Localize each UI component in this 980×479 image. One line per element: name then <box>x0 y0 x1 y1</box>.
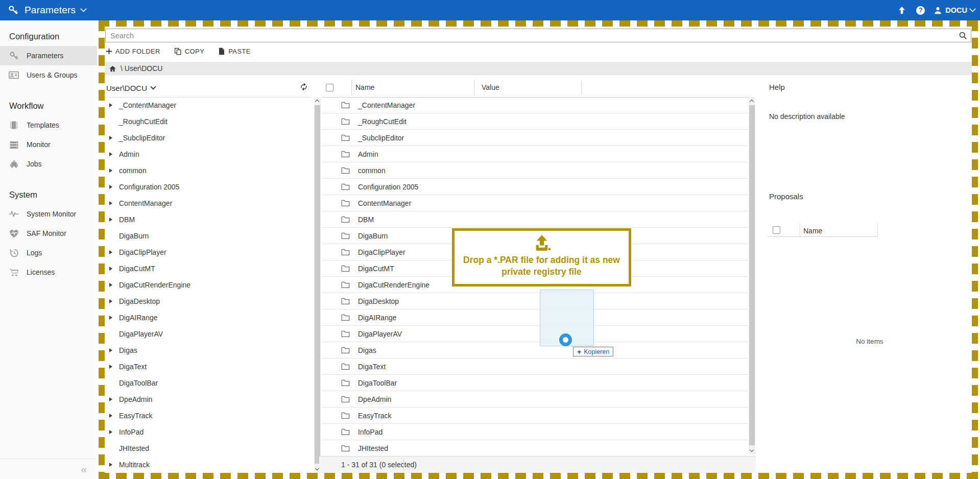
sidebar-item-parameters[interactable]: Parameters <box>0 46 97 65</box>
expand-arrow-icon[interactable] <box>109 430 112 434</box>
table-row[interactable]: JHItested <box>322 440 749 454</box>
scroll-down-icon[interactable] <box>315 466 319 470</box>
table-row[interactable]: ContentManager <box>322 195 749 211</box>
paste-button[interactable]: PASTE <box>218 47 251 55</box>
table-row[interactable]: Digas <box>322 342 749 358</box>
expand-arrow-icon[interactable] <box>109 103 112 107</box>
tree-item[interactable]: DigaPlayerAV <box>105 326 306 342</box>
tree-item[interactable]: DigaToolBar <box>105 375 306 391</box>
table-row[interactable]: Admin <box>322 146 749 162</box>
column-divider[interactable] <box>474 80 474 95</box>
tree-scrollbar-thumb[interactable] <box>315 105 320 464</box>
table-row[interactable]: EasyTrack <box>322 408 749 424</box>
tree-item[interactable]: InfoPad <box>105 424 306 440</box>
search-icon[interactable] <box>959 31 967 40</box>
copy-button[interactable]: COPY <box>174 47 204 55</box>
table-row[interactable]: DigaPlayerAV <box>322 326 749 342</box>
tree-item[interactable]: Configuration 2005 <box>105 179 306 195</box>
breadcrumb[interactable]: \ User\DOCU <box>105 62 972 75</box>
tree-item[interactable]: Digas <box>105 342 306 358</box>
home-icon[interactable] <box>109 65 116 73</box>
tree-item[interactable]: DigaBurn <box>105 228 306 244</box>
column-header-value[interactable]: Value <box>482 83 499 91</box>
expand-arrow-icon[interactable] <box>109 250 112 254</box>
expand-arrow-icon[interactable] <box>109 414 112 418</box>
upload-button[interactable] <box>896 5 907 16</box>
sidebar-item-templates[interactable]: Templates <box>0 115 97 135</box>
app-menu[interactable]: Parameters <box>0 5 86 16</box>
select-all-checkbox[interactable] <box>326 84 333 91</box>
tree-item[interactable]: common <box>105 162 306 179</box>
tree-item[interactable]: DigaDesktop <box>105 293 306 309</box>
sidebar-item-system-monitor[interactable]: System Monitor <box>0 204 97 224</box>
table-scrollbar-thumb[interactable] <box>749 105 755 445</box>
tree-item[interactable]: DigaCutRenderEngine <box>105 277 306 293</box>
table-row[interactable]: InfoPad <box>322 424 749 440</box>
scroll-down-icon[interactable] <box>750 448 754 452</box>
expand-arrow-icon[interactable] <box>109 218 112 222</box>
expand-arrow-icon[interactable] <box>109 201 112 205</box>
expand-arrow-icon[interactable] <box>109 283 112 287</box>
proposals-column-name[interactable]: Name <box>803 227 822 235</box>
table-row[interactable]: _ContentManager <box>322 97 749 113</box>
table-row[interactable]: _SubclipEditor <box>322 130 749 146</box>
proposals-select-all-checkbox[interactable] <box>773 226 780 234</box>
tree-item[interactable]: _ContentManager <box>105 97 306 113</box>
tree-scrollbar[interactable] <box>314 97 321 473</box>
sidebar-item-saf-monitor[interactable]: SAF Monitor <box>0 224 97 243</box>
tree-item[interactable]: _RoughCutEdit <box>105 113 306 130</box>
expand-arrow-icon[interactable] <box>109 152 112 156</box>
tree-item[interactable]: DigaText <box>105 358 306 375</box>
sidebar-item-monitor[interactable]: Monitor <box>0 135 97 154</box>
tree-item[interactable]: EasyTrack <box>105 408 306 424</box>
drop-par-overlay[interactable]: Drop a *.PAR file for adding it as new p… <box>452 228 631 286</box>
refresh-button[interactable] <box>299 82 308 91</box>
tree-item[interactable]: Multitrack <box>105 457 306 473</box>
expand-arrow-icon[interactable] <box>109 136 112 140</box>
sidebar-item-users-groups[interactable]: Users & Groups <box>0 65 97 85</box>
tree-root-selector[interactable]: User\DOCU <box>105 79 312 97</box>
expand-arrow-icon[interactable] <box>109 365 112 369</box>
expand-arrow-icon[interactable] <box>109 169 112 173</box>
column-header-name[interactable]: Name <box>355 83 374 91</box>
tree-item[interactable]: DigaClipPlayer <box>105 244 306 260</box>
expand-arrow-icon[interactable] <box>109 185 112 189</box>
table-row[interactable]: _RoughCutEdit <box>322 113 749 130</box>
table-row[interactable]: DigaText <box>322 358 749 375</box>
expand-arrow-icon[interactable] <box>109 463 112 467</box>
sidebar-item-licenses[interactable]: Licenses <box>0 262 97 282</box>
tree-item[interactable]: DpeAdmin <box>105 391 306 408</box>
table-row[interactable]: common <box>322 162 749 179</box>
tree-item[interactable]: JHItested <box>105 440 306 457</box>
tree-item[interactable]: ContentManager <box>105 195 306 211</box>
expand-arrow-icon[interactable] <box>109 267 112 271</box>
tree-item[interactable]: DigAIRange <box>105 309 306 326</box>
help-button[interactable]: ? <box>916 6 925 15</box>
collapse-sidebar-button[interactable]: « <box>81 464 87 474</box>
table-row[interactable]: Configuration 2005 <box>322 179 749 195</box>
top-bar: Parameters ? DOCU <box>0 0 980 20</box>
user-menu[interactable]: DOCU <box>934 6 975 15</box>
expand-arrow-icon[interactable] <box>109 299 112 303</box>
expand-arrow-icon[interactable] <box>109 397 112 401</box>
table-row[interactable]: DigaDesktop <box>322 293 749 309</box>
expand-arrow-icon[interactable] <box>109 316 112 320</box>
table-row[interactable]: DigaToolBar <box>322 375 749 391</box>
table-row[interactable]: DBM <box>322 211 749 228</box>
scroll-up-icon[interactable] <box>750 100 754 104</box>
scroll-up-icon[interactable] <box>315 100 319 104</box>
table-row[interactable]: DigAIRange <box>322 309 749 326</box>
table-row[interactable]: DpeAdmin <box>322 391 749 408</box>
tree-item[interactable]: DigaCutMT <box>105 260 306 277</box>
tree-item[interactable]: DBM <box>105 211 306 228</box>
tree-item[interactable]: _SubclipEditor <box>105 130 306 146</box>
search-input[interactable] <box>105 29 971 42</box>
sidebar-item-logs[interactable]: Logs <box>0 243 97 262</box>
tree-item[interactable]: Admin <box>105 146 306 162</box>
table-scrollbar[interactable] <box>749 97 755 454</box>
column-divider[interactable] <box>581 80 582 95</box>
add-folder-button[interactable]: ADD FOLDER <box>106 47 160 55</box>
sidebar-item-jobs[interactable]: Jobs <box>0 154 97 174</box>
expand-arrow-icon[interactable] <box>109 348 112 352</box>
column-divider[interactable] <box>351 80 352 95</box>
